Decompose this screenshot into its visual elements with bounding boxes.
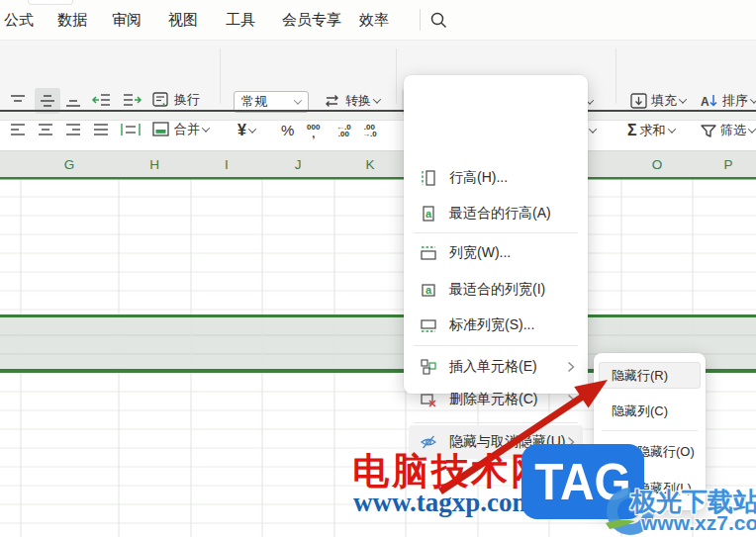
menu-item-fit-row-height[interactable]: a 最适合的行高(A) xyxy=(409,197,583,230)
decrease-indent-button[interactable] xyxy=(91,91,113,111)
currency-format-button[interactable]: ¥ xyxy=(237,122,255,139)
chevron-down-icon xyxy=(748,125,756,133)
column-header-o[interactable]: O xyxy=(637,157,677,172)
comma-style-button[interactable]: 000 , xyxy=(307,124,320,137)
tab-view[interactable]: 视图 xyxy=(168,11,198,30)
filter-button[interactable]: 筛选 xyxy=(700,122,755,139)
fit-row-height-icon: a xyxy=(420,205,437,223)
submenu-arrow-icon xyxy=(567,361,575,373)
column-headers[interactable]: G H I J K O P xyxy=(0,150,756,177)
chevron-down-icon xyxy=(294,96,302,104)
increase-decimal-button[interactable]: .00 →.0 xyxy=(362,124,377,137)
filter-icon xyxy=(700,123,717,139)
convert-icon xyxy=(323,92,342,110)
submenu-item-label: 隐藏行(R) xyxy=(612,367,668,385)
wps-spreadsheet-window: 公式 数据 审阅 视图 工具 会员专享 效率 换 xyxy=(0,0,756,537)
tab-tools[interactable]: 工具 xyxy=(226,11,255,30)
tab-review[interactable]: 审阅 xyxy=(112,11,142,30)
align-left-button[interactable] xyxy=(8,121,28,138)
filter-label: 筛选 xyxy=(720,122,746,139)
ribbon-divider xyxy=(615,48,616,104)
chevron-down-icon xyxy=(202,124,210,132)
rows-and-columns-menu: 行高(H)... a 最适合的行高(A) 列宽(W)... a 最适合的列宽(I… xyxy=(404,75,588,394)
svg-text:a: a xyxy=(425,208,432,220)
sum-label: 求和 xyxy=(640,122,666,139)
justify-button[interactable] xyxy=(91,121,111,138)
menu-separator xyxy=(414,422,578,423)
menu-item-label: 删除单元格(C) xyxy=(449,391,567,408)
menubar-divider xyxy=(420,9,421,31)
ribbon-divider xyxy=(220,48,221,104)
column-header-i[interactable]: I xyxy=(207,157,246,172)
fill-button[interactable]: 填充 xyxy=(629,92,686,110)
increase-indent-button[interactable] xyxy=(121,91,142,111)
convert-button[interactable]: 转换 xyxy=(323,92,380,110)
menu-separator xyxy=(414,345,578,346)
align-center-button[interactable] xyxy=(36,121,55,138)
chevron-down-icon xyxy=(750,95,756,103)
menu-item-label: 插入单元格(E) xyxy=(449,358,567,376)
menu-separator xyxy=(414,232,578,233)
submenu-item-hide-columns[interactable]: 隐藏列(C) xyxy=(599,398,701,424)
file-tab-edge xyxy=(28,0,73,5)
ribbon-edge-strip xyxy=(0,112,756,121)
menu-item-fit-column-width[interactable]: a 最适合的列宽(I) xyxy=(409,273,583,307)
menu-item-label: 标准列宽(S)... xyxy=(449,316,575,334)
ribbon-divider xyxy=(396,48,397,104)
menu-item-row-height[interactable]: 行高(H)... xyxy=(409,161,583,195)
fill-icon xyxy=(629,92,648,110)
percent-format-button[interactable]: % xyxy=(281,122,294,138)
merge-cells-icon xyxy=(151,121,171,138)
sum-button[interactable]: Σ 求和 xyxy=(627,122,675,139)
svg-text:A: A xyxy=(701,95,709,109)
search-icon[interactable] xyxy=(429,11,448,30)
currency-icon: ¥ xyxy=(237,122,246,139)
wrap-text-label: 换行 xyxy=(174,91,200,109)
menu-item-label: 列宽(W)... xyxy=(449,244,575,262)
chevron-down-icon xyxy=(679,95,687,103)
menu-item-insert-cells[interactable]: 插入单元格(E) xyxy=(409,350,583,384)
delete-cells-icon xyxy=(420,391,437,408)
fill-label: 填充 xyxy=(651,92,677,110)
watermark-download-url: www.xz7.com xyxy=(641,511,756,535)
decrease-decimal-button[interactable]: ←.0 .00 xyxy=(336,124,351,137)
convert-label: 转换 xyxy=(345,92,371,110)
fit-column-width-icon: a xyxy=(420,281,437,299)
chevron-down-icon xyxy=(667,125,675,133)
align-right-button[interactable] xyxy=(63,121,83,138)
sort-icon: A xyxy=(700,92,719,110)
number-format-value: 常规 xyxy=(241,93,267,111)
wrap-text-icon xyxy=(151,90,171,110)
tab-data[interactable]: 数据 xyxy=(57,11,87,30)
submenu-item-label: 隐藏列(C) xyxy=(612,403,668,420)
standard-column-width-icon xyxy=(420,316,437,334)
merge-cells-button[interactable]: 合并 xyxy=(151,121,209,138)
menu-item-label: 最适合的列宽(I) xyxy=(449,281,575,299)
submenu-item-hide-rows[interactable]: 隐藏行(R) xyxy=(599,362,701,389)
ribbon-toolbar: 换行 合并 常规 转换 xyxy=(0,40,756,110)
column-header-h[interactable]: H xyxy=(135,157,174,172)
column-header-j[interactable]: J xyxy=(278,157,318,172)
menu-item-label: 行高(H)... xyxy=(449,169,575,187)
ribbon-bottom-border xyxy=(0,110,756,112)
column-header-k[interactable]: K xyxy=(350,157,390,172)
menu-item-column-width[interactable]: 列宽(W)... xyxy=(409,236,583,270)
tab-formulas[interactable]: 公式 xyxy=(4,11,34,30)
insert-cells-icon xyxy=(420,358,437,376)
column-header-p[interactable]: P xyxy=(709,157,748,172)
sort-button[interactable]: A 排序 xyxy=(700,92,756,110)
align-top-button[interactable] xyxy=(8,91,28,111)
column-width-icon xyxy=(420,244,437,262)
column-header-g[interactable]: G xyxy=(49,157,89,172)
align-bottom-button[interactable] xyxy=(63,91,83,111)
svg-text:a: a xyxy=(425,284,432,296)
menu-item-delete-cells[interactable]: 删除单元格(C) xyxy=(409,383,583,416)
sort-letter: A xyxy=(701,95,709,109)
tab-membership[interactable]: 会员专享 xyxy=(282,11,341,30)
tab-efficiency[interactable]: 效率 xyxy=(359,11,389,30)
percent-icon: % xyxy=(281,122,294,138)
distribute-button[interactable] xyxy=(120,121,142,138)
wrap-text-button[interactable]: 换行 xyxy=(151,90,200,110)
menu-item-standard-column-width[interactable]: 标准列宽(S)... xyxy=(409,309,583,342)
row-height-icon xyxy=(420,169,437,187)
